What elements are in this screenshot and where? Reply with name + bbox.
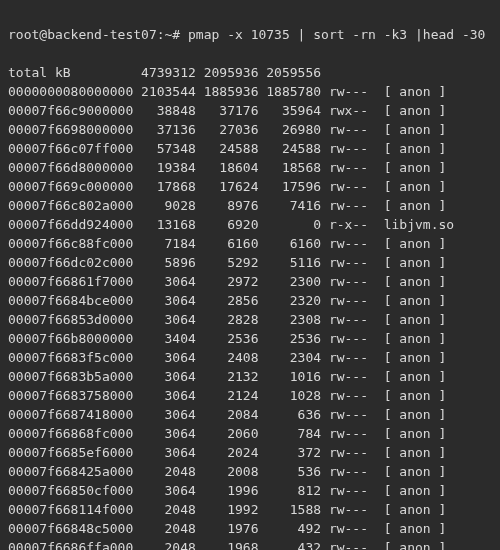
table-row: 00007f66848c5000 2048 1976 492 rw--- [ a… (8, 519, 492, 538)
table-row: 00007f66dc02c000 5896 5292 5116 rw--- [ … (8, 253, 492, 272)
table-row: 00007f66d8000000 19384 18604 18568 rw---… (8, 158, 492, 177)
table-row: 00007f6698000000 37136 27036 26980 rw---… (8, 120, 492, 139)
table-row: 00007f668425a000 2048 2008 536 rw--- [ a… (8, 462, 492, 481)
table-row: 00007f66868fc000 3064 2060 784 rw--- [ a… (8, 424, 492, 443)
table-row: 00007f668114f000 2048 1992 1588 rw--- [ … (8, 500, 492, 519)
table-row: 00007f66c9000000 38848 37176 35964 rwx--… (8, 101, 492, 120)
table-row: 00007f66dd924000 13168 6920 0 r-x-- libj… (8, 215, 492, 234)
table-row: 00007f6686ffa000 2048 1968 432 rw--- [ a… (8, 538, 492, 550)
table-row: total kB 4739312 2095936 2059556 (8, 63, 492, 82)
table-row: 00007f6684bce000 3064 2856 2320 rw--- [ … (8, 291, 492, 310)
table-row: 00007f6687418000 3064 2084 636 rw--- [ a… (8, 405, 492, 424)
table-row: 00007f66b8000000 3404 2536 2536 rw--- [ … (8, 329, 492, 348)
table-row: 00007f6683758000 3064 2124 1028 rw--- [ … (8, 386, 492, 405)
table-row: 00007f66853d0000 3064 2828 2308 rw--- [ … (8, 310, 492, 329)
table-row: 00007f6683f5c000 3064 2408 2304 rw--- [ … (8, 348, 492, 367)
table-row: 0000000080000000 2103544 1885936 1885780… (8, 82, 492, 101)
prompt-line: root@backend-test07:~# pmap -x 10735 | s… (8, 25, 492, 44)
table-row: 00007f66c07ff000 57348 24588 24588 rw---… (8, 139, 492, 158)
table-row: 00007f66850cf000 3064 1996 812 rw--- [ a… (8, 481, 492, 500)
table-row: 00007f6685ef6000 3064 2024 372 rw--- [ a… (8, 443, 492, 462)
prompt-text: root@backend-test07:~# pmap -x 10735 | s… (8, 27, 485, 42)
table-row: 00007f6683b5a000 3064 2132 1016 rw--- [ … (8, 367, 492, 386)
table-row: 00007f66c802a000 9028 8976 7416 rw--- [ … (8, 196, 492, 215)
terminal-output: root@backend-test07:~# pmap -x 10735 | s… (0, 0, 500, 550)
table-row: 00007f669c000000 17868 17624 17596 rw---… (8, 177, 492, 196)
pmap-table: total kB 4739312 2095936 205955600000000… (8, 63, 492, 550)
table-row: 00007f66861f7000 3064 2972 2300 rw--- [ … (8, 272, 492, 291)
table-row: 00007f66c88fc000 7184 6160 6160 rw--- [ … (8, 234, 492, 253)
